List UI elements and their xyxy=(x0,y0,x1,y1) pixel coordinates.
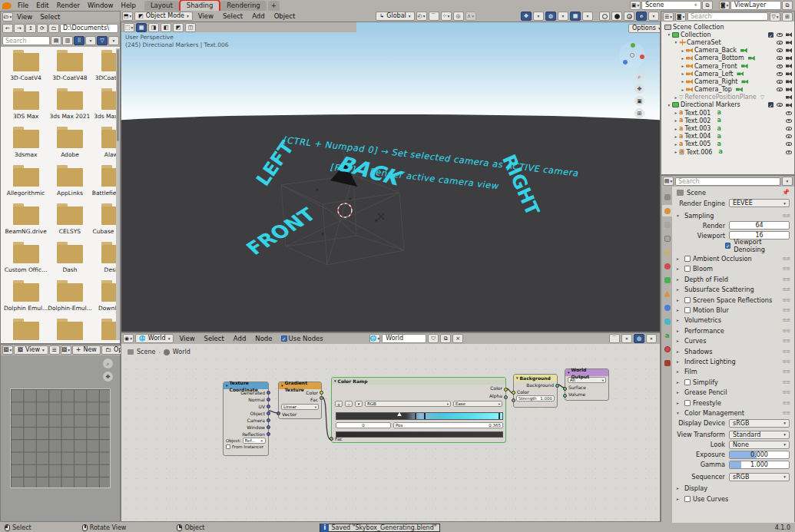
folder-item[interactable]: 3dsmax xyxy=(4,130,48,160)
tree-item-text-002[interactable]: ▸aText.002a xyxy=(661,117,794,124)
shading-dropdown[interactable]: ▾ xyxy=(648,12,659,21)
display-size-dropdown[interactable]: ▾ xyxy=(85,36,96,45)
render-visibility-icon[interactable] xyxy=(786,79,792,84)
ramp-stop-color-swatch[interactable] xyxy=(336,431,503,438)
show-overlays-icon[interactable]: ◍ xyxy=(545,12,556,21)
ramp-stop-handle[interactable] xyxy=(424,413,426,419)
socket-volume-in[interactable] xyxy=(563,394,567,398)
socket-vector-in[interactable] xyxy=(277,411,280,415)
sequencer-dropdown[interactable]: sRGB▾ xyxy=(729,473,790,481)
folder-item[interactable]: Custom Offic... xyxy=(4,245,48,276)
look-dropdown[interactable]: None▾ xyxy=(729,441,790,449)
shader-snap-icon[interactable]: ⌒ xyxy=(609,334,620,343)
node-background[interactable]: ▾Background Background Color Strength1.0… xyxy=(513,374,558,408)
tab-tool[interactable] xyxy=(662,191,672,203)
section-film[interactable]: ▸Film≡≡ xyxy=(672,367,794,377)
exposure-slider[interactable]: 0.000 xyxy=(729,451,790,459)
socket-color-out[interactable] xyxy=(504,388,508,392)
workspace-tab-layout[interactable]: Layout xyxy=(144,1,179,11)
bloom-checkbox[interactable] xyxy=(684,266,691,272)
tree-item-text-004[interactable]: ▸aText.004a xyxy=(661,133,794,140)
socket-surface-in[interactable] xyxy=(563,387,567,391)
menu-edit[interactable]: Edit xyxy=(32,0,52,11)
pivot-point-dropdown[interactable]: ◴▾ xyxy=(416,12,427,21)
outliner-search-input[interactable] xyxy=(687,12,768,21)
new-datablock-icon[interactable]: ⧉ xyxy=(440,334,451,343)
back-button[interactable]: ← xyxy=(2,24,13,33)
file-browser-scrollbar[interactable] xyxy=(116,48,120,340)
section-freestyle[interactable]: ▸Freestyle≡≡ xyxy=(672,398,794,408)
gradient-type-dropdown[interactable]: Linear▾ xyxy=(281,404,319,410)
folder-item[interactable]: 3DS Max xyxy=(4,91,48,122)
folder-item[interactable]: Dolphin Emul... xyxy=(4,283,48,314)
ramp-add-stop-button[interactable]: + xyxy=(335,401,343,407)
node-color-ramp[interactable]: ▾Color Ramp Color Alpha + − ▾ RGB▾ Ease▾ xyxy=(331,377,506,443)
snap-settings-dropdown[interactable]: ⁘▾ xyxy=(441,12,452,21)
refresh-button[interactable]: ⟳ xyxy=(37,24,48,33)
exclude-checkbox[interactable]: ✓ xyxy=(768,32,773,38)
hide-eye-icon[interactable] xyxy=(777,64,783,68)
folder-item[interactable]: CELSYS xyxy=(48,207,92,237)
socket-color-out[interactable] xyxy=(320,391,323,395)
ramp-gradient-bar[interactable] xyxy=(336,412,503,420)
section-performance[interactable]: ▸Performance≡≡ xyxy=(672,325,794,335)
socket-fac-in[interactable] xyxy=(330,437,333,441)
render-visibility-icon[interactable] xyxy=(786,103,792,107)
use-curves-checkbox[interactable] xyxy=(684,496,691,502)
shader-overlays-dropdown[interactable]: ▾ xyxy=(646,334,657,343)
socket-color-in[interactable] xyxy=(512,391,515,395)
shading-rendered-icon[interactable] xyxy=(636,12,647,21)
hide-eye-icon[interactable] xyxy=(786,119,792,123)
render-samples-field[interactable]: 64 xyxy=(729,221,790,230)
display-horizontal-list-icon[interactable]: ▥ xyxy=(62,36,73,45)
tree-item-text-005[interactable]: ▸aText.005a xyxy=(661,140,794,148)
ramp-stop-handle[interactable] xyxy=(499,413,500,419)
gamma-slider[interactable]: 1.000 xyxy=(729,461,790,469)
section-motion-blur[interactable]: ▸Motion Blur≡≡ xyxy=(672,305,794,315)
editor-type-3d-viewport-icon[interactable]: ⬒▾ xyxy=(122,12,133,21)
ramp-stop-handle[interactable] xyxy=(415,413,416,419)
viewport-3d[interactable]: ⬚▾ ▦ ◨ ◧ ◩ ◫ Options▾ User Perspective (… xyxy=(121,21,661,332)
tree-item-text-003[interactable]: ▸aText.003a xyxy=(661,124,794,132)
section-display[interactable]: ▸Display xyxy=(672,484,794,494)
socket-strength-in[interactable] xyxy=(512,398,515,402)
editor-type-shader-icon[interactable]: ◉▾ xyxy=(123,334,134,343)
xray-toggle-icon[interactable]: ▦ xyxy=(570,12,581,21)
section-simplify[interactable]: ▸Simplify≡≡ xyxy=(672,377,794,387)
forward-button[interactable]: → xyxy=(14,24,25,33)
exclude-checkbox[interactable]: ✓ xyxy=(768,102,773,107)
viewlayer-copy-button[interactable]: ⧉ xyxy=(782,1,793,10)
tree-item-directional-markers[interactable]: ▾Directional Markers✓ xyxy=(661,101,794,109)
tree-item-text-001[interactable]: ▸aText.001a xyxy=(661,109,794,117)
render-engine-dropdown[interactable]: EEVEE▾ xyxy=(729,199,790,207)
ramp-color-mode-dropdown[interactable]: RGB▾ xyxy=(365,401,451,407)
hide-eye-icon[interactable] xyxy=(786,150,792,154)
image-browse-dropdown[interactable]: 🖽▾ xyxy=(61,345,71,355)
workspace-tab-add[interactable]: + xyxy=(268,1,280,11)
unlink-datablock-icon[interactable]: × xyxy=(452,334,463,343)
xray-dropdown[interactable]: ▾ xyxy=(582,12,593,21)
world-datablock-field[interactable]: World xyxy=(382,334,426,343)
tab-output[interactable] xyxy=(662,219,672,230)
ramp-stop-selected[interactable] xyxy=(397,412,402,416)
image-new-button[interactable]: + New xyxy=(72,345,101,355)
tree-item-collection[interactable]: ▾Collection✓ xyxy=(661,31,794,38)
folder-item[interactable] xyxy=(4,322,48,343)
simplify-checkbox[interactable] xyxy=(684,379,691,385)
shader-menu-view[interactable]: View xyxy=(175,333,198,344)
shader-overlays-icon[interactable]: ◍ xyxy=(634,334,644,343)
menu-window[interactable]: Window xyxy=(84,0,118,11)
editor-type-image-icon[interactable]: 🖽▾ xyxy=(2,345,13,355)
socket-fac-out[interactable] xyxy=(320,396,323,400)
hide-eye-icon[interactable] xyxy=(786,127,792,131)
menu-file[interactable]: File xyxy=(14,0,32,11)
node-canvas[interactable]: Scene › World ▾Texture Coordinate Genera… xyxy=(121,344,660,521)
properties-search-input[interactable] xyxy=(675,177,780,186)
folder-item[interactable]: 3D-CoatV4 xyxy=(4,53,48,84)
socket-object-out[interactable] xyxy=(267,411,270,415)
tree-item-camera-top[interactable]: ▸Camera_Top xyxy=(661,86,794,94)
tab-material[interactable] xyxy=(662,357,672,368)
tab-modifiers[interactable] xyxy=(662,288,672,299)
tab-object-data[interactable]: a xyxy=(662,329,672,341)
section-ambient-occlusion[interactable]: ▸Ambient Occlusion≡≡ xyxy=(672,253,794,263)
